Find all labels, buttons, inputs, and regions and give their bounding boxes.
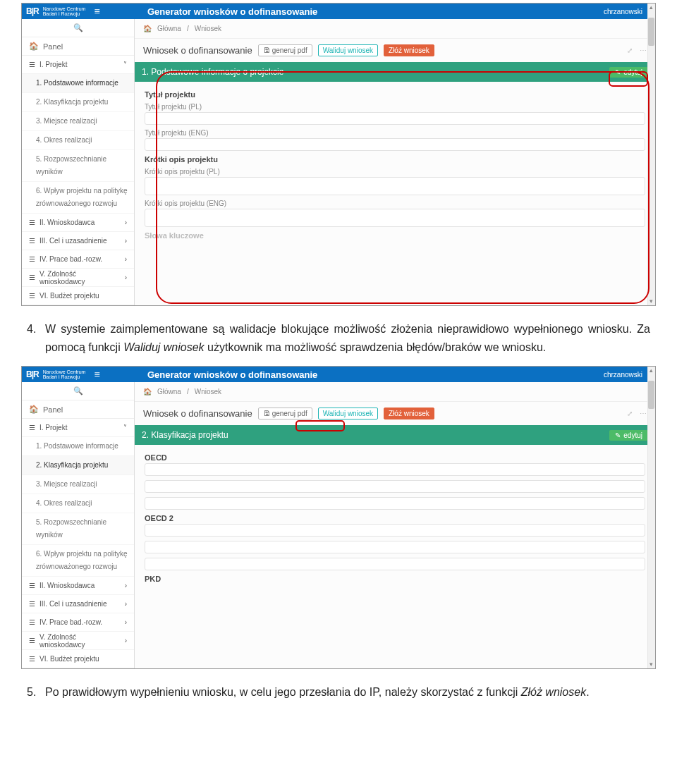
nav-projekt[interactable]: ☰I. Projekt˅ [22,56,134,74]
oecd-input-1[interactable] [145,463,645,476]
panel-link[interactable]: 🏠 Panel [22,37,134,56]
chevron-right-icon: › [125,219,127,226]
scroll-thumb[interactable] [648,18,654,46]
generate-pdf-button[interactable]: 🖺generuj pdf [258,408,312,419]
nav-sub-6[interactable]: 6. Wpływ projektu na politykę zrównoważo… [22,182,134,214]
oecd-input-3[interactable] [145,497,645,510]
group-title: OECD [145,453,645,462]
scrollbar[interactable]: ▴ ▾ [647,4,655,305]
more-icon[interactable]: ⋯ [640,47,647,54]
validate-button[interactable]: Waliduj wniosek [318,44,378,56]
group-title: Tytuł projektu [145,90,645,99]
list-icon: ☰ [29,219,35,226]
field-label: Krótki opis projektu (PL) [145,168,645,176]
nav-projekt[interactable]: ☰I. Projekt˅ [22,419,134,437]
home-icon[interactable]: 🏠 [143,388,152,396]
chevron-right-icon: › [125,255,127,263]
nav-sub-3[interactable]: 3. Miejsce realizacji [22,475,134,494]
nav-sub-3[interactable]: 3. Miejsce realizacji [22,112,134,131]
list-icon: ☰ [29,424,35,431]
oecd-input-2[interactable] [145,480,645,493]
app-title: Generator wniosków o dofinansowanie [135,6,604,17]
list-icon: ☰ [29,655,35,663]
nav-cel[interactable]: ☰III. Cel i uzasadnienie› [22,232,134,250]
nav-sub-4[interactable]: 4. Okres realizacji [22,131,134,150]
scrollbar[interactable]: ▴ ▾ [647,367,655,668]
list-icon: ☰ [29,274,35,281]
section-header: 2. Klasyfikacja projektu ✎edytuj [135,425,655,445]
chevron-right-icon: › [125,274,127,281]
menu-icon[interactable]: ≡ [94,6,99,17]
title-eng-input[interactable] [145,138,645,151]
oecd2-input-1[interactable] [145,524,645,537]
menu-icon[interactable]: ≡ [94,369,99,380]
breadcrumb: 🏠 Główna / Wniosek [135,19,655,39]
crumb-home[interactable]: Główna [157,388,181,396]
scroll-down-icon[interactable]: ▾ [649,662,654,667]
main-panel: 🏠 Główna / Wniosek Wniosek o dofinansowa… [135,382,655,668]
list-icon: ☰ [29,237,35,245]
nav-budzet[interactable]: ☰VI. Budżet projektu [22,287,134,305]
chevron-down-icon: ˅ [123,424,127,431]
field-label: Tytuł projektu (ENG) [145,129,645,137]
submit-button[interactable]: Złóż wniosek [384,44,434,56]
instruction-4: 4. W systemie zaimplementowane są walida… [45,320,650,356]
field-label: Tytuł projektu (PL) [145,103,645,111]
nav-zdolnosc[interactable]: ☰V. Zdolność wnioskodawcy› [22,269,134,287]
scroll-down-icon[interactable]: ▾ [649,299,654,304]
crumb-home[interactable]: Główna [157,25,181,32]
nav-sub-1[interactable]: 1. Podstawowe informacje [22,74,134,93]
instruction-5: 5. Po prawidłowym wypełnieniu wniosku, w… [45,683,650,702]
nav-sub-4[interactable]: 4. Okres realizacji [22,494,134,513]
validate-button[interactable]: Waliduj wniosek [318,408,378,419]
group-title: PKD [145,575,645,583]
oecd2-input-3[interactable] [145,558,645,570]
logo: B|R Narodowe Centrum Badań i Rozwoju ≡ [22,6,135,17]
nav-wnioskodawca[interactable]: ☰II. Wnioskodawca› [22,577,134,595]
nav-sub-5[interactable]: 5. Rozpowszechnianie wyników [22,150,134,182]
nav-sub-2[interactable]: 2. Klasyfikacja projektu [22,93,134,112]
title-pl-input[interactable] [145,112,645,125]
list-index: 5. [27,683,36,702]
search-icon[interactable]: 🔍 [22,19,134,37]
crumb-wniosek[interactable]: Wniosek [195,25,221,32]
nav-prace[interactable]: ☰IV. Prace bad.-rozw.› [22,613,134,632]
desc-eng-input[interactable] [145,209,645,227]
submit-button[interactable]: Złóż wniosek [384,408,434,419]
section-header: 1. Podstawowe informacje o projekcie ✎ed… [135,62,655,82]
screenshot-1: B|R Narodowe Centrum Badań i Rozwoju ≡ G… [21,3,656,306]
page-title: Wniosek o dofinansowanie [143,45,252,56]
scroll-thumb[interactable] [648,381,654,409]
nav-wnioskodawca[interactable]: ☰II. Wnioskodawca› [22,214,134,232]
more-icon[interactable]: ⋯ [640,410,647,417]
expand-icon[interactable]: ⤢ [627,47,633,54]
nav-prace[interactable]: ☰IV. Prace bad.-rozw.› [22,250,134,269]
page-title: Wniosek o dofinansowanie [143,408,252,419]
list-icon: ☰ [29,255,35,263]
edit-button[interactable]: ✎edytuj [609,430,648,441]
edit-button[interactable]: ✎edytuj [609,67,648,78]
panel-link[interactable]: 🏠 Panel [22,400,134,419]
expand-icon[interactable]: ⤢ [627,410,633,417]
nav-sub-6[interactable]: 6. Wpływ projektu na politykę zrównoważo… [22,545,134,577]
crumb-wniosek[interactable]: Wniosek [195,388,221,396]
scroll-up-icon[interactable]: ▴ [649,5,654,10]
nav-cel[interactable]: ☰III. Cel i uzasadnienie› [22,595,134,613]
group-title: Krótki opis projektu [145,155,645,164]
nav-sub-2[interactable]: 2. Klasyfikacja projektu [22,456,134,475]
group-title: OECD 2 [145,514,645,522]
generate-pdf-button[interactable]: 🖺generuj pdf [258,44,312,56]
nav-budzet[interactable]: ☰VI. Budżet projektu [22,650,134,668]
nav-zdolnosc[interactable]: ☰V. Zdolność wnioskodawcy› [22,632,134,650]
desc-pl-input[interactable] [145,177,645,195]
nav-sub-1[interactable]: 1. Podstawowe informacje [22,437,134,456]
search-icon[interactable]: 🔍 [22,382,134,400]
logo-subtitle: Narodowe Centrum Badań i Rozwoju [43,369,86,379]
form-area: OECD OECD 2 PKD [135,445,655,592]
oecd2-input-2[interactable] [145,541,645,553]
home-icon[interactable]: 🏠 [143,25,152,32]
list-icon: ☰ [29,600,35,608]
scroll-up-icon[interactable]: ▴ [649,368,654,373]
page-headline: Wniosek o dofinansowanie 🖺generuj pdf Wa… [135,402,655,425]
nav-sub-5[interactable]: 5. Rozpowszechnianie wyników [22,513,134,545]
